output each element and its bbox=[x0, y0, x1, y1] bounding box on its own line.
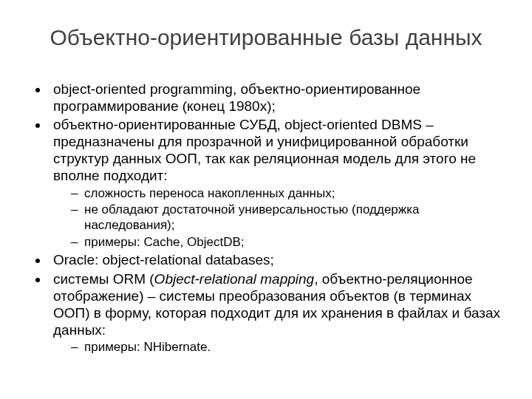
slide: Объектно-ориентированные базы данных obj… bbox=[0, 0, 532, 399]
list-item: системы ORM (Object-relational mapping, … bbox=[49, 270, 502, 355]
bullet-list: object-oriented programming, объектно-ор… bbox=[30, 81, 502, 356]
sub-list: сложность переноса накопленных данных; н… bbox=[53, 186, 502, 250]
list-item-text-em: Object-relational mapping bbox=[154, 271, 315, 287]
list-item: не обладают достаточной универсальностью… bbox=[74, 202, 502, 233]
list-item: Oracle: object-relational databases; bbox=[49, 251, 502, 268]
sub-list: примеры: NHibernate. bbox=[53, 340, 502, 355]
list-item: сложность переноса накопленных данных; bbox=[74, 186, 502, 202]
list-item: объектно-ориентированные СУБД, object-or… bbox=[49, 116, 502, 250]
page-title: Объектно-ориентированные базы данных bbox=[30, 25, 502, 51]
list-item: примеры: NHibernate. bbox=[74, 340, 502, 355]
list-item: примеры: Cache, ObjectDB; bbox=[74, 235, 502, 250]
list-item-text: объектно-ориентированные СУБД, object-or… bbox=[53, 117, 476, 184]
list-item-text-prefix: системы ORM ( bbox=[53, 271, 154, 287]
list-item: object-oriented programming, объектно-ор… bbox=[49, 81, 502, 115]
